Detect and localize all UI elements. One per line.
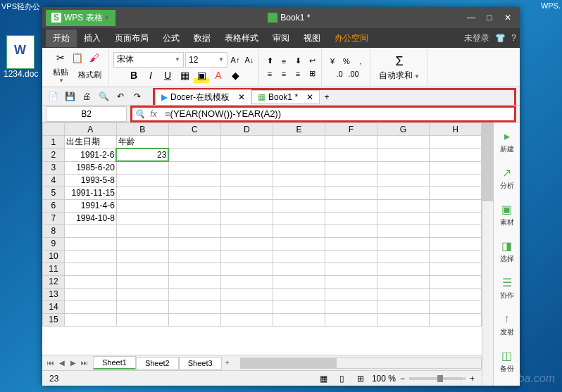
align-right-icon[interactable]: ≡	[292, 68, 304, 80]
cell[interactable]	[64, 288, 116, 301]
merge-cells-icon[interactable]: ⊞	[306, 68, 318, 80]
cell[interactable]	[273, 237, 325, 250]
col-header[interactable]: E	[273, 123, 325, 136]
col-header[interactable]: H	[429, 123, 481, 136]
cell[interactable]	[116, 225, 168, 237]
cell[interactable]	[377, 174, 429, 186]
add-tab-icon[interactable]: +	[320, 90, 334, 104]
row-header[interactable]: 13	[43, 288, 65, 301]
cell[interactable]	[273, 225, 325, 237]
prev-sheet-icon[interactable]: ◀	[56, 358, 68, 369]
cell[interactable]	[325, 225, 377, 237]
cell[interactable]	[273, 313, 325, 326]
cell[interactable]	[220, 212, 273, 225]
decrease-font-icon[interactable]: A↓	[243, 53, 256, 66]
cell[interactable]	[168, 237, 220, 250]
search-function-icon[interactable]: 🔍	[132, 107, 146, 121]
cell[interactable]	[116, 161, 168, 174]
row-header[interactable]: 8	[43, 225, 65, 237]
increase-decimal-icon[interactable]: .0	[333, 68, 346, 80]
close-tab-icon[interactable]: ✕	[238, 92, 245, 102]
cell[interactable]	[220, 313, 273, 326]
cell[interactable]: 1993-5-8	[64, 174, 116, 186]
redo-icon[interactable]: ↷	[130, 89, 144, 103]
cell[interactable]	[220, 186, 273, 199]
cell[interactable]	[429, 136, 481, 149]
formula-input[interactable]: =(YEAR(NOW())-YEAR(A2))	[161, 108, 514, 119]
panel-select[interactable]: ◨选择	[500, 236, 514, 267]
close-button[interactable]: ✕	[499, 11, 516, 25]
view-page-icon[interactable]: ▯	[335, 372, 349, 386]
cell[interactable]: 1991-2-6	[64, 148, 116, 161]
undo-icon[interactable]: ↶	[113, 89, 127, 103]
cell[interactable]	[273, 186, 325, 199]
new-icon[interactable]: 📄	[46, 89, 60, 103]
cell[interactable]: 出生日期	[64, 136, 116, 149]
underline-button[interactable]: U	[160, 68, 175, 83]
col-header[interactable]: A	[64, 123, 116, 136]
cell[interactable]	[168, 199, 220, 212]
cell[interactable]	[220, 263, 273, 275]
cell[interactable]	[377, 288, 429, 301]
currency-icon[interactable]: ¥	[326, 55, 339, 68]
font-name-select[interactable]: 宋体▼	[113, 52, 184, 68]
cell[interactable]	[325, 212, 377, 225]
cell[interactable]	[325, 275, 377, 288]
cell[interactable]	[325, 250, 377, 263]
col-header[interactable]: D	[220, 123, 273, 136]
cell-selected[interactable]: 23	[116, 148, 168, 161]
row-header[interactable]: 1	[43, 136, 65, 149]
cell[interactable]	[116, 263, 168, 275]
cell[interactable]	[377, 313, 429, 326]
cell[interactable]	[429, 199, 481, 212]
comma-icon[interactable]: ,	[354, 55, 367, 68]
menu-layout[interactable]: 页面布局	[108, 30, 156, 47]
view-normal-icon[interactable]: ▦	[317, 372, 331, 386]
login-status[interactable]: 未登录	[464, 32, 489, 44]
format-painter-button[interactable]: 格式刷	[74, 68, 106, 82]
cell[interactable]	[168, 301, 220, 313]
align-left-icon[interactable]: ≡	[263, 68, 276, 80]
panel-launch[interactable]: ↑发射	[500, 309, 514, 340]
cell[interactable]	[377, 161, 429, 174]
cell[interactable]	[168, 250, 220, 263]
row-header[interactable]: 3	[43, 161, 65, 174]
preview-icon[interactable]: 🔍	[96, 89, 111, 103]
cell[interactable]	[325, 288, 377, 301]
clear-format-button[interactable]: ◆	[227, 68, 243, 83]
minimize-button[interactable]: —	[463, 11, 480, 25]
menu-office-space[interactable]: 办公空间	[327, 30, 375, 47]
cell[interactable]	[168, 275, 220, 288]
cell[interactable]	[273, 161, 325, 174]
cell[interactable]	[325, 237, 377, 250]
cell[interactable]: 1994-10-8	[64, 212, 116, 225]
font-size-select[interactable]: 12▼	[185, 52, 227, 68]
fill-color-button[interactable]: ▣	[194, 68, 209, 83]
cell[interactable]	[377, 263, 429, 275]
sheet-tab[interactable]: Sheet1	[93, 356, 136, 369]
cell[interactable]	[325, 199, 377, 212]
cell[interactable]	[220, 275, 273, 288]
cell[interactable]	[377, 199, 429, 212]
cell[interactable]	[64, 225, 116, 237]
cell[interactable]	[429, 212, 481, 225]
menu-view[interactable]: 视图	[296, 30, 327, 47]
row-header[interactable]: 9	[43, 237, 65, 250]
cell[interactable]	[273, 288, 325, 301]
align-top-icon[interactable]: ⬆	[263, 55, 276, 68]
cell[interactable]	[273, 301, 325, 313]
cell[interactable]	[168, 212, 220, 225]
row-header[interactable]: 6	[43, 199, 65, 212]
col-header[interactable]: C	[168, 123, 220, 136]
cell[interactable]	[377, 250, 429, 263]
skin-icon[interactable]: 👕	[495, 33, 506, 43]
cell[interactable]	[377, 136, 429, 149]
cell[interactable]	[168, 313, 220, 326]
cell[interactable]	[168, 174, 220, 186]
cell[interactable]	[116, 301, 168, 313]
cell[interactable]	[116, 313, 168, 326]
cell[interactable]	[429, 313, 481, 326]
menu-insert[interactable]: 插入	[77, 30, 108, 47]
view-break-icon[interactable]: ⊞	[354, 372, 368, 386]
vertical-scrollbar[interactable]	[482, 122, 493, 386]
